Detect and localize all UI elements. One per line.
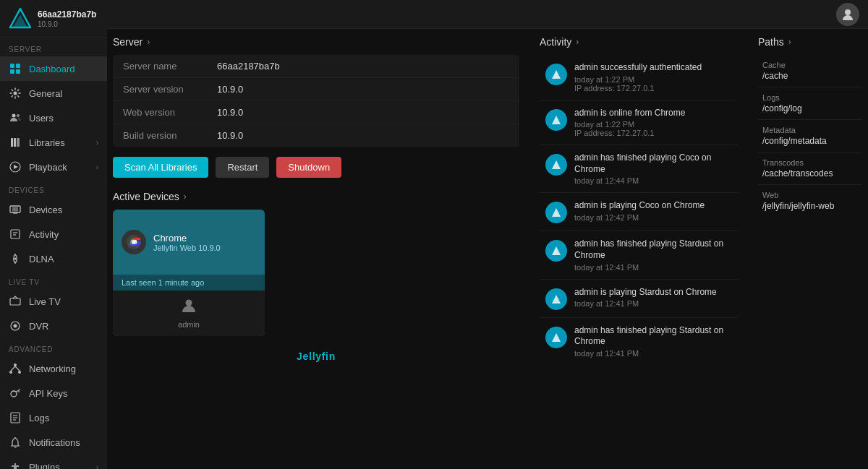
activity-item-time: today at 1:22 PM [574, 75, 732, 84]
path-item-value: /config/metadata [762, 136, 858, 146]
svg-rect-17 [11, 230, 20, 238]
activity-item-icon [545, 64, 567, 85]
activity-item-message: admin has finished playing Coco on Chrom… [574, 152, 732, 175]
activity-item-message: admin successfully authenticated [574, 62, 732, 74]
chrome-icon [122, 230, 146, 254]
section-label-server: Server [0, 38, 107, 56]
svg-point-29 [11, 391, 17, 397]
sidebar-item-label-devices: Devices [29, 205, 98, 215]
app-logo [9, 7, 32, 30]
svg-point-6 [14, 92, 17, 95]
server-row-value-version: 10.9.0 [217, 84, 243, 95]
dvr-icon [9, 319, 22, 332]
live-tv-icon [9, 295, 22, 308]
playback-chevron: › [96, 163, 98, 171]
dlna-icon [9, 252, 22, 265]
shutdown-button[interactable]: Shutdown [276, 157, 341, 178]
svg-marker-48 [552, 208, 561, 217]
sidebar-item-api-keys[interactable]: API Keys [0, 381, 107, 405]
activity-item-time: today at 12:41 PM [574, 349, 732, 358]
paths-list: Cache /cache Logs /config/log Metadata /… [758, 55, 862, 217]
sidebar-item-dlna[interactable]: DLNA [0, 246, 107, 271]
sidebar-item-users[interactable]: Users [0, 106, 107, 130]
sidebar-item-networking[interactable]: Networking [0, 356, 107, 381]
sidebar-header: 66aa2187ba7b 10.9.0 [0, 0, 107, 38]
activity-list-item: admin is playing Coco on Chrome today at… [540, 193, 738, 231]
svg-marker-13 [14, 165, 18, 169]
active-devices-section: Active Devices › [113, 191, 519, 336]
svg-marker-50 [552, 295, 561, 304]
sidebar-item-dashboard[interactable]: Dashboard [0, 56, 107, 81]
server-arrow: › [147, 37, 150, 47]
sidebar-item-live-tv[interactable]: Live TV [0, 289, 107, 314]
sidebar-item-label-plugins: Plugins [29, 462, 89, 470]
libraries-chevron: › [96, 139, 98, 147]
left-panel: Server › Server name 66aa2187ba7b Server… [107, 29, 525, 469]
sidebar-item-notifications[interactable]: Notifications [0, 430, 107, 455]
sidebar-item-libraries[interactable]: Libraries › [0, 130, 107, 155]
server-row-value-build: 10.9.0 [217, 130, 243, 141]
activity-item-time: today at 12:42 PM [574, 213, 732, 222]
path-item: Web /jellyfin/jellyfin-web [758, 185, 862, 217]
activity-list-item: admin has finished playing Stardust on C… [540, 231, 738, 279]
dashboard-icon [9, 62, 22, 75]
server-title: Server [113, 36, 142, 48]
device-user-icon [181, 298, 197, 317]
playback-icon [9, 160, 22, 173]
server-section-header: Server › [113, 36, 519, 48]
svg-point-24 [14, 363, 17, 366]
activity-item-message: admin is online from Chrome [574, 108, 732, 119]
plugins-chevron: › [96, 463, 98, 470]
svg-rect-9 [11, 138, 13, 147]
sidebar-item-label-logs: Logs [29, 413, 98, 423]
path-item-label: Web [762, 191, 858, 199]
sidebar-item-label-general: General [29, 88, 98, 99]
sidebar-item-general[interactable]: General [0, 81, 107, 106]
svg-point-44 [186, 300, 192, 306]
api-keys-icon [9, 387, 22, 400]
jellyfin-watermark: Jellyfin [113, 350, 519, 362]
sidebar-item-dvr[interactable]: DVR [0, 314, 107, 338]
section-label-advanced: Advanced [0, 338, 107, 356]
sidebar-item-plugins[interactable]: Plugins › [0, 455, 107, 469]
scan-libraries-button[interactable]: Scan All Libraries [113, 157, 208, 178]
path-item: Cache /cache [758, 55, 862, 87]
paths-header: Paths › [758, 36, 862, 48]
restart-button[interactable]: Restart [216, 157, 269, 178]
sidebar-item-label-networking: Networking [29, 363, 98, 374]
activity-item-icon [545, 154, 567, 176]
svg-point-20 [14, 258, 17, 260]
path-item: Logs /config/log [758, 87, 862, 120]
path-item-label: Transcodes [762, 158, 858, 167]
activity-item-time: today at 12:41 PM [574, 299, 732, 308]
content-wrapper: Server › Server name 66aa2187ba7b Server… [107, 29, 868, 469]
general-icon [9, 87, 22, 100]
sidebar-item-logs[interactable]: Logs [0, 405, 107, 430]
device-card-top: Chrome Jellyfin Web 10.9.0 [113, 210, 265, 275]
activity-list-item: admin is playing Stardust on Chrome toda… [540, 280, 738, 318]
sidebar-item-playback[interactable]: Playback › [0, 155, 107, 179]
user-avatar[interactable] [836, 3, 859, 26]
sidebar-item-activity[interactable]: Activity [0, 222, 107, 246]
svg-rect-3 [16, 64, 20, 68]
action-buttons: Scan All Libraries Restart Shutdown [113, 157, 519, 178]
svg-rect-4 [10, 69, 14, 74]
svg-point-25 [9, 371, 12, 374]
activity-list: admin successfully authenticated today a… [540, 55, 738, 365]
server-table: Server name 66aa2187ba7b Server version … [113, 55, 519, 147]
activity-header: Activity › [540, 36, 738, 48]
svg-rect-5 [16, 69, 20, 74]
active-devices-title: Active Devices [113, 191, 179, 202]
sidebar-item-devices[interactable]: Devices [0, 197, 107, 222]
activity-title: Activity [540, 36, 571, 48]
path-item-value: /cache/transcodes [762, 168, 858, 178]
activity-item-message: admin has finished playing Stardust on C… [574, 325, 732, 348]
server-row-label-name: Server name [123, 61, 217, 72]
paths-arrow: › [788, 37, 791, 47]
activity-list-item: admin has finished playing Stardust on C… [540, 318, 738, 365]
svg-marker-46 [552, 116, 561, 124]
sidebar-item-label-activity: Activity [29, 229, 98, 240]
device-card-bottom: admin [113, 291, 265, 336]
device-card[interactable]: Chrome Jellyfin Web 10.9.0 Last seen 1 m… [113, 210, 265, 336]
activity-item-ip: IP address: 172.27.0.1 [574, 129, 732, 137]
